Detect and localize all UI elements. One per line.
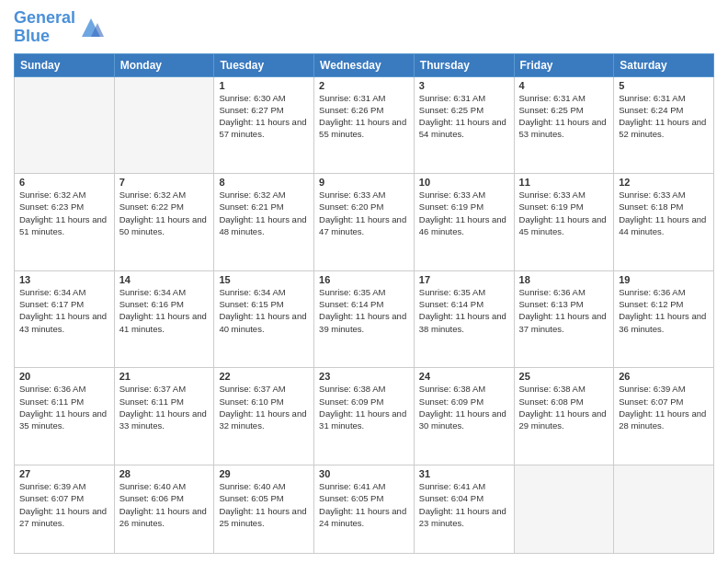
page: General Blue SundayMondayTuesdayWednesda…	[0, 0, 728, 563]
day-number: 14	[119, 274, 210, 285]
day-info: Sunrise: 6:33 AMSunset: 6:18 PMDaylight:…	[619, 189, 709, 237]
day-info: Sunrise: 6:31 AMSunset: 6:25 PMDaylight:…	[519, 92, 609, 141]
day-info: Sunrise: 6:37 AMSunset: 6:11 PMDaylight:…	[119, 383, 210, 431]
day-info: Sunrise: 6:32 AMSunset: 6:22 PMDaylight:…	[119, 189, 210, 237]
day-info: Sunrise: 6:33 AMSunset: 6:19 PMDaylight:…	[519, 189, 609, 237]
calendar-cell	[114, 76, 214, 174]
day-number: 6	[19, 177, 109, 188]
calendar-cell: 27Sunrise: 6:39 AMSunset: 6:07 PMDayligh…	[15, 465, 115, 553]
calendar-cell: 23Sunrise: 6:38 AMSunset: 6:09 PMDayligh…	[314, 368, 415, 465]
day-info: Sunrise: 6:32 AMSunset: 6:21 PMDaylight:…	[219, 189, 309, 237]
calendar-cell: 19Sunrise: 6:36 AMSunset: 6:12 PMDayligh…	[614, 270, 714, 368]
day-info: Sunrise: 6:36 AMSunset: 6:13 PMDaylight:…	[519, 286, 609, 335]
calendar-cell: 24Sunrise: 6:38 AMSunset: 6:09 PMDayligh…	[414, 368, 514, 465]
day-info: Sunrise: 6:34 AMSunset: 6:15 PMDaylight:…	[219, 286, 309, 335]
day-number: 5	[619, 80, 709, 91]
header: General Blue	[14, 9, 714, 46]
day-info: Sunrise: 6:34 AMSunset: 6:17 PMDaylight:…	[19, 286, 109, 335]
calendar-cell	[514, 465, 614, 553]
logo: General Blue	[14, 9, 105, 46]
weekday-header-thursday: Thursday	[414, 53, 514, 76]
calendar-cell: 8Sunrise: 6:32 AMSunset: 6:21 PMDaylight…	[214, 174, 314, 271]
day-info: Sunrise: 6:41 AMSunset: 6:04 PMDaylight:…	[419, 480, 509, 529]
day-info: Sunrise: 6:38 AMSunset: 6:09 PMDaylight:…	[319, 383, 409, 431]
weekday-header-saturday: Saturday	[614, 53, 714, 76]
calendar-cell: 13Sunrise: 6:34 AMSunset: 6:17 PMDayligh…	[15, 270, 115, 368]
calendar-cell: 9Sunrise: 6:33 AMSunset: 6:20 PMDaylight…	[314, 174, 415, 271]
weekday-header-monday: Monday	[114, 53, 214, 76]
day-number: 26	[619, 371, 709, 382]
day-info: Sunrise: 6:40 AMSunset: 6:05 PMDaylight:…	[219, 480, 309, 529]
weekday-header-tuesday: Tuesday	[214, 53, 314, 76]
logo-blue: Blue	[14, 27, 50, 45]
calendar-cell: 2Sunrise: 6:31 AMSunset: 6:26 PMDaylight…	[314, 76, 415, 174]
calendar-cell	[15, 76, 115, 174]
day-info: Sunrise: 6:40 AMSunset: 6:06 PMDaylight:…	[119, 480, 210, 529]
day-info: Sunrise: 6:35 AMSunset: 6:14 PMDaylight:…	[319, 286, 409, 335]
calendar-cell: 4Sunrise: 6:31 AMSunset: 6:25 PMDaylight…	[514, 76, 614, 174]
weekday-header-friday: Friday	[514, 53, 614, 76]
calendar-cell: 20Sunrise: 6:36 AMSunset: 6:11 PMDayligh…	[15, 368, 115, 465]
week-row-1: 1Sunrise: 6:30 AMSunset: 6:27 PMDaylight…	[15, 76, 714, 174]
day-info: Sunrise: 6:37 AMSunset: 6:10 PMDaylight:…	[219, 383, 309, 431]
day-info: Sunrise: 6:38 AMSunset: 6:09 PMDaylight:…	[419, 383, 509, 431]
day-info: Sunrise: 6:39 AMSunset: 6:07 PMDaylight:…	[19, 480, 109, 529]
day-info: Sunrise: 6:33 AMSunset: 6:20 PMDaylight:…	[319, 189, 409, 237]
calendar-cell: 3Sunrise: 6:31 AMSunset: 6:25 PMDaylight…	[414, 76, 514, 174]
day-info: Sunrise: 6:35 AMSunset: 6:14 PMDaylight:…	[419, 286, 509, 335]
calendar-cell: 15Sunrise: 6:34 AMSunset: 6:15 PMDayligh…	[214, 270, 314, 368]
day-info: Sunrise: 6:32 AMSunset: 6:23 PMDaylight:…	[19, 189, 109, 237]
day-info: Sunrise: 6:39 AMSunset: 6:07 PMDaylight:…	[619, 383, 709, 431]
day-info: Sunrise: 6:36 AMSunset: 6:12 PMDaylight:…	[619, 286, 709, 335]
calendar-table: SundayMondayTuesdayWednesdayThursdayFrid…	[14, 53, 714, 554]
day-number: 17	[419, 274, 509, 285]
calendar-cell	[614, 465, 714, 553]
calendar-cell: 6Sunrise: 6:32 AMSunset: 6:23 PMDaylight…	[15, 174, 115, 271]
calendar-cell: 7Sunrise: 6:32 AMSunset: 6:22 PMDaylight…	[114, 174, 214, 271]
calendar-cell: 17Sunrise: 6:35 AMSunset: 6:14 PMDayligh…	[414, 270, 514, 368]
day-info: Sunrise: 6:31 AMSunset: 6:24 PMDaylight:…	[619, 92, 709, 141]
day-number: 12	[619, 177, 709, 188]
day-number: 7	[119, 177, 210, 188]
weekday-header-sunday: Sunday	[15, 53, 115, 76]
day-number: 1	[219, 80, 309, 91]
day-number: 4	[519, 80, 609, 91]
calendar-cell: 31Sunrise: 6:41 AMSunset: 6:04 PMDayligh…	[414, 465, 514, 553]
day-number: 27	[19, 468, 109, 479]
day-number: 3	[419, 80, 509, 91]
day-number: 13	[19, 274, 109, 285]
day-number: 18	[519, 274, 609, 285]
calendar-cell: 16Sunrise: 6:35 AMSunset: 6:14 PMDayligh…	[314, 270, 415, 368]
day-number: 20	[19, 371, 109, 382]
day-number: 11	[519, 177, 609, 188]
week-row-4: 20Sunrise: 6:36 AMSunset: 6:11 PMDayligh…	[15, 368, 714, 465]
day-number: 21	[119, 371, 210, 382]
day-number: 30	[319, 468, 409, 479]
day-number: 19	[619, 274, 709, 285]
logo-icon	[77, 14, 105, 41]
calendar-cell: 26Sunrise: 6:39 AMSunset: 6:07 PMDayligh…	[614, 368, 714, 465]
calendar-cell: 25Sunrise: 6:38 AMSunset: 6:08 PMDayligh…	[514, 368, 614, 465]
calendar-cell: 29Sunrise: 6:40 AMSunset: 6:05 PMDayligh…	[214, 465, 314, 553]
day-info: Sunrise: 6:30 AMSunset: 6:27 PMDaylight:…	[219, 92, 309, 141]
day-number: 23	[319, 371, 409, 382]
calendar-cell: 14Sunrise: 6:34 AMSunset: 6:16 PMDayligh…	[114, 270, 214, 368]
day-number: 31	[419, 468, 509, 479]
calendar-cell: 1Sunrise: 6:30 AMSunset: 6:27 PMDaylight…	[214, 76, 314, 174]
calendar-cell: 22Sunrise: 6:37 AMSunset: 6:10 PMDayligh…	[214, 368, 314, 465]
calendar-cell: 28Sunrise: 6:40 AMSunset: 6:06 PMDayligh…	[114, 465, 214, 553]
day-number: 16	[319, 274, 409, 285]
logo-general: General	[14, 8, 75, 27]
day-info: Sunrise: 6:31 AMSunset: 6:26 PMDaylight:…	[319, 92, 409, 141]
day-info: Sunrise: 6:31 AMSunset: 6:25 PMDaylight:…	[419, 92, 509, 141]
day-number: 22	[219, 371, 309, 382]
day-info: Sunrise: 6:36 AMSunset: 6:11 PMDaylight:…	[19, 383, 109, 431]
day-info: Sunrise: 6:38 AMSunset: 6:08 PMDaylight:…	[519, 383, 609, 431]
day-info: Sunrise: 6:34 AMSunset: 6:16 PMDaylight:…	[119, 286, 210, 335]
weekday-header-row: SundayMondayTuesdayWednesdayThursdayFrid…	[15, 53, 714, 76]
calendar-cell: 12Sunrise: 6:33 AMSunset: 6:18 PMDayligh…	[614, 174, 714, 271]
logo-text: General Blue	[14, 9, 75, 46]
day-number: 10	[419, 177, 509, 188]
week-row-3: 13Sunrise: 6:34 AMSunset: 6:17 PMDayligh…	[15, 270, 714, 368]
day-number: 29	[219, 468, 309, 479]
